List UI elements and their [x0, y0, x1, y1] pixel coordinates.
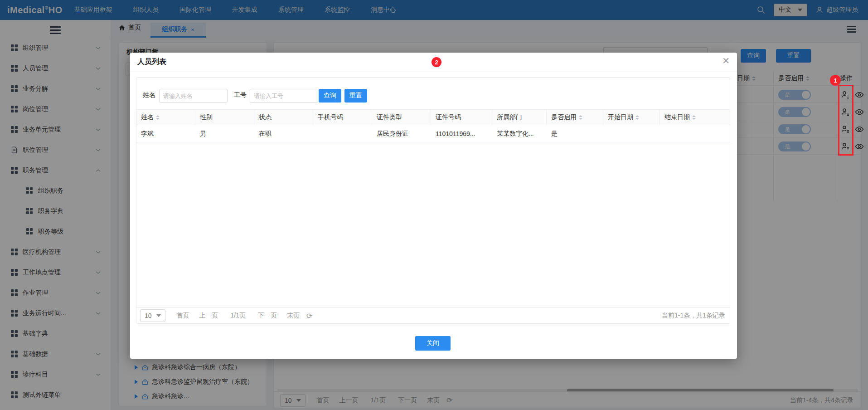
modal-reset-button[interactable]: 重置 — [344, 89, 367, 102]
code-label: 工号 — [234, 91, 247, 99]
column-header-enabled[interactable]: 是否启用 — [547, 110, 603, 125]
column-header-id-type: 证件类型 — [372, 110, 431, 125]
cell-name: 李斌 — [136, 125, 195, 142]
name-input[interactable] — [159, 89, 228, 102]
table-row[interactable]: 李斌 男 在职 居民身份证 1101011969... 某某数字化... 是 — [136, 125, 730, 142]
column-header-end-date[interactable]: 结束日期 — [660, 110, 730, 125]
column-header-start-date[interactable]: 开始日期 — [603, 110, 660, 125]
code-input[interactable] — [250, 89, 318, 102]
cell-start-date — [603, 125, 660, 142]
cell-department: 某某数字化... — [492, 125, 547, 142]
cell-enabled: 是 — [547, 125, 603, 142]
cell-id-number: 1101011969... — [431, 125, 492, 142]
person-list-modal: 人员列表 ✕ 姓名 工号 查询 重置 姓名 性别 状态 手机号码 证件类型 证件… — [130, 53, 737, 359]
modal-body: 姓名 工号 查询 重置 姓名 性别 状态 手机号码 证件类型 证件号码 所属部门… — [136, 77, 730, 324]
modal-title: 人员列表 — [137, 57, 166, 67]
page-size-select[interactable]: 10 — [140, 309, 165, 322]
column-header-gender: 性别 — [195, 110, 254, 125]
sort-icon — [635, 115, 639, 120]
annotation-badge-1: 1 — [830, 75, 841, 86]
cell-gender: 男 — [195, 125, 254, 142]
column-header-name[interactable]: 姓名 — [136, 110, 195, 125]
name-label: 姓名 — [143, 91, 155, 99]
screen: iMedical®HO 基础应用框架 组织人员 国际化管理 开发集成 系统管理 … — [0, 0, 868, 410]
first-page-link[interactable]: 首页 — [177, 312, 189, 320]
sort-icon — [692, 115, 696, 120]
record-summary: 当前1-1条，共1条记录 — [662, 312, 725, 320]
sort-icon — [579, 115, 582, 120]
column-header-status: 状态 — [254, 110, 313, 125]
person-table: 姓名 性别 状态 手机号码 证件类型 证件号码 所属部门 是否启用 开始日期 结… — [136, 109, 730, 142]
column-header-phone: 手机号码 — [313, 110, 372, 125]
sort-icon — [156, 115, 160, 120]
cell-status: 在职 — [254, 125, 313, 142]
annotation-badge-2: 2 — [432, 57, 441, 67]
next-page-link[interactable]: 下一页 — [258, 312, 277, 320]
modal-pagination: 10 首页 上一页 1/1页 下一页 末页 ⟳ 当前1-1条，共1条记录 — [136, 307, 730, 324]
cell-end-date — [660, 125, 730, 142]
close-icon[interactable]: ✕ — [722, 56, 730, 65]
column-header-department: 所属部门 — [492, 110, 547, 125]
prev-page-link[interactable]: 上一页 — [199, 312, 218, 320]
annotation-highlight-rect — [838, 85, 853, 156]
column-header-id-number: 证件号码 — [431, 110, 492, 125]
modal-search-button[interactable]: 查询 — [319, 89, 341, 102]
modal-close-button[interactable]: 关闭 — [415, 336, 451, 351]
refresh-icon[interactable]: ⟳ — [306, 312, 312, 320]
table-header-row: 姓名 性别 状态 手机号码 证件类型 证件号码 所属部门 是否启用 开始日期 结… — [136, 109, 730, 125]
cell-id-type: 居民身份证 — [372, 125, 431, 142]
last-page-link[interactable]: 末页 — [287, 312, 300, 320]
cell-phone — [313, 125, 372, 142]
current-page: 1/1页 — [231, 312, 246, 320]
dropdown-arrow-icon — [156, 314, 161, 317]
